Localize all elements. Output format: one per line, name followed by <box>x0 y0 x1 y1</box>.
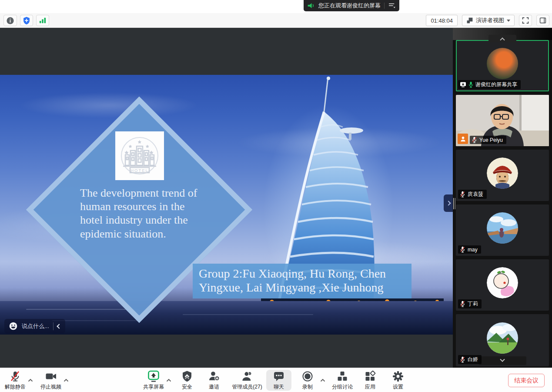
slide-title: The development trend of human resources… <box>80 186 207 241</box>
notification-menu-icon[interactable] <box>388 3 396 9</box>
scroll-up-button[interactable] <box>488 35 516 42</box>
network-quality-button[interactable] <box>36 15 49 26</box>
chat-bubble-icon <box>273 370 285 382</box>
watching-notification-text: 您正在观看谢俊红的屏幕 <box>318 2 381 10</box>
avatar <box>487 48 518 79</box>
unmute-label: 解除静音 <box>5 383 26 391</box>
shared-screen-stage: HOTEL The development trend of human res… <box>0 28 453 368</box>
participant-name: 庹袁菠 <box>468 191 483 198</box>
apps-button[interactable]: 应用 <box>364 370 376 391</box>
share-screen-label: 共享屏幕 <box>143 383 164 391</box>
sea-decoration <box>0 301 453 335</box>
slide-group-credits: Group 2:Fu Xiaoqing, Hu Rong, Chen Yingx… <box>193 264 411 298</box>
mic-muted-icon <box>472 137 477 143</box>
participant-name: 谢俊红的屏幕共享 <box>475 81 517 88</box>
top-bar: 01:48:04 演讲者视图 <box>0 13 552 28</box>
divider <box>53 322 54 330</box>
participant-label: 庹袁菠 <box>458 190 487 199</box>
members-icon <box>241 370 253 382</box>
settings-button[interactable]: 设置 <box>392 370 404 391</box>
mic-on-icon <box>468 81 473 88</box>
breakout-rooms-label: 分组讨论 <box>332 383 353 391</box>
participant-label: may <box>458 245 481 254</box>
avatar <box>487 267 518 298</box>
view-mode-button[interactable]: 演讲者视图 <box>462 15 515 26</box>
presentation-slide: HOTEL The development trend of human res… <box>0 75 453 335</box>
participant-tile[interactable]: may <box>456 204 549 256</box>
divider <box>384 3 385 9</box>
stop-video-label: 停止视频 <box>40 383 61 391</box>
record-icon <box>301 370 314 382</box>
fullscreen-icon <box>522 17 529 24</box>
hand-raised-badge <box>458 134 468 144</box>
invite-label: 邀请 <box>209 383 219 391</box>
quick-chat-bar[interactable]: 说点什么... <box>4 319 65 333</box>
breakout-icon <box>336 370 348 382</box>
participant-tile[interactable]: 谢俊红的屏幕共享 <box>456 40 549 91</box>
chevron-down-icon <box>500 357 505 362</box>
participant-label: 丁莉 <box>458 299 482 308</box>
settings-label: 设置 <box>393 383 403 391</box>
unmute-button[interactable]: 解除静音 <box>5 370 26 391</box>
participant-tile[interactable]: 白娇 <box>456 314 549 366</box>
participant-tile[interactable]: 庹袁菠 <box>456 150 549 201</box>
speaker-icon <box>307 2 315 9</box>
bottom-toolbar: 解除静音 停止视频 共享屏幕 安全 邀请 管理成员(27) 聊天 <box>0 368 552 392</box>
meeting-timer: 01:48:04 <box>426 15 458 26</box>
avatar <box>487 322 518 354</box>
fullscreen-button[interactable] <box>519 15 532 26</box>
invite-button[interactable]: 邀请 <box>208 370 220 391</box>
manage-members-button[interactable]: 管理成员(27) <box>232 370 262 391</box>
scroll-down-button[interactable] <box>478 356 526 365</box>
person-plus-icon <box>208 370 220 382</box>
participant-name: 白娇 <box>468 356 478 363</box>
expand-panel-tab[interactable] <box>444 194 453 212</box>
record-button[interactable]: 录制 <box>301 370 314 391</box>
video-options-caret[interactable] <box>64 376 69 384</box>
share-options-caret[interactable] <box>166 376 171 384</box>
security-button[interactable]: 安全 <box>181 370 193 391</box>
chevron-right-icon <box>446 201 451 205</box>
mute-options-caret[interactable] <box>28 376 33 384</box>
mic-muted-icon <box>460 356 465 363</box>
apps-label: 应用 <box>365 383 375 391</box>
share-screen-button[interactable]: 共享屏幕 <box>143 370 164 391</box>
shield-plus-icon <box>23 17 30 25</box>
participant-tile[interactable]: Yue Peiyu <box>456 95 549 146</box>
mic-muted-icon <box>460 301 465 307</box>
watching-notification: 您正在观看谢俊红的屏幕 <box>304 0 399 11</box>
chevron-up-icon <box>500 37 505 42</box>
participant-label: Yue Peiyu <box>470 136 506 144</box>
info-icon <box>6 17 14 25</box>
chevron-down-icon <box>507 20 510 22</box>
meeting-window: 01:48:04 演讲者视图 <box>0 0 552 392</box>
chat-button[interactable]: 聊天 <box>273 370 285 391</box>
participant-tile[interactable]: 丁莉 <box>456 259 549 311</box>
side-panel-toggle-button[interactable] <box>536 15 549 26</box>
record-options-caret[interactable] <box>320 376 325 384</box>
mic-muted-icon <box>9 370 21 382</box>
participant-name: Yue Peiyu <box>479 137 503 143</box>
collapse-chat-icon[interactable] <box>57 324 61 328</box>
emoji-icon[interactable] <box>9 322 18 331</box>
gear-icon <box>392 370 404 382</box>
security-status-button[interactable] <box>20 15 33 26</box>
manage-members-label: 管理成员(27) <box>232 383 262 391</box>
panel-toggle-icon <box>539 17 547 24</box>
avatar <box>487 157 518 189</box>
layout-icon <box>466 17 473 24</box>
end-meeting-button[interactable]: 结束会议 <box>508 374 545 387</box>
quick-chat-placeholder[interactable]: 说点什么... <box>22 322 49 330</box>
participant-label: 谢俊红的屏幕共享 <box>458 80 521 89</box>
breakout-rooms-button[interactable]: 分组讨论 <box>332 370 353 391</box>
stop-video-button[interactable]: 停止视频 <box>40 370 61 391</box>
mic-muted-icon <box>460 246 465 253</box>
participant-label: 白娇 <box>458 355 482 364</box>
panel-resize-handle[interactable] <box>453 196 456 211</box>
signal-bars-icon <box>39 17 47 24</box>
meeting-info-button[interactable] <box>3 15 17 26</box>
participant-name: may <box>468 247 478 253</box>
participants-panel: 谢俊红的屏幕共享 <box>453 28 552 368</box>
security-label: 安全 <box>182 383 192 391</box>
participant-name: 丁莉 <box>468 300 478 308</box>
